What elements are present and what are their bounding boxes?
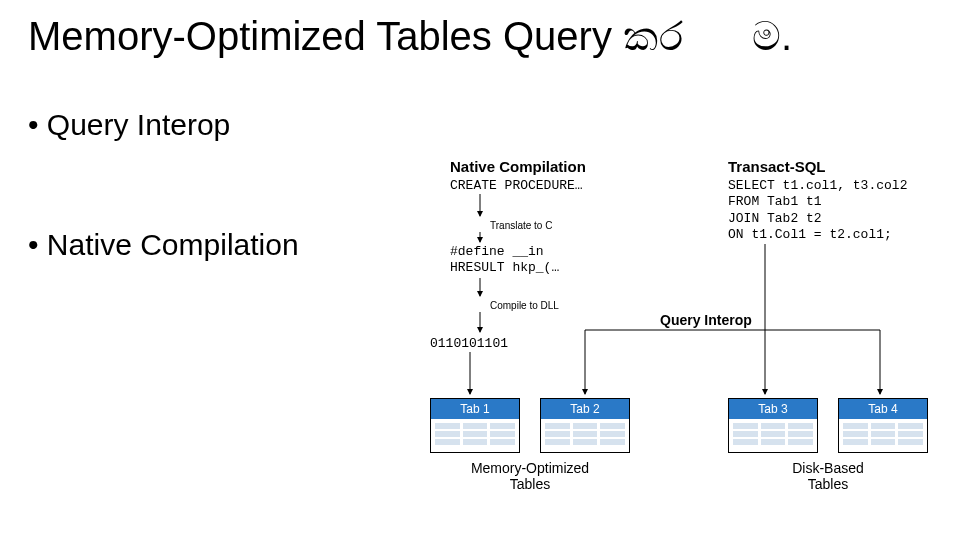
- code-c-snippet: #define __in HRESULT hkp_(…: [450, 244, 559, 275]
- caption-disk-based-tables: Disk-Based Tables: [728, 460, 928, 492]
- table-tab1: Tab 1: [430, 398, 520, 453]
- heading-transact-sql: Transact-SQL: [728, 158, 826, 175]
- table-header: Tab 2: [541, 399, 629, 419]
- label-translate-to-c: Translate to C: [490, 220, 552, 231]
- label-query-interop: Query Interop: [660, 312, 752, 328]
- table-header: Tab 4: [839, 399, 927, 419]
- slide-title: Memory-Optimized Tables Query කර: [28, 14, 683, 60]
- table-rows: [541, 419, 629, 452]
- table-header: Tab 1: [431, 399, 519, 419]
- slide-title-extra: ම.: [752, 14, 792, 60]
- table-header: Tab 3: [729, 399, 817, 419]
- code-binary: 0110101101: [430, 336, 508, 351]
- table-tab4: Tab 4: [838, 398, 928, 453]
- caption-memory-optimized-tables: Memory-Optimized Tables: [430, 460, 630, 492]
- bullet-native-compilation: • Native Compilation: [28, 228, 299, 262]
- table-tab3: Tab 3: [728, 398, 818, 453]
- code-create-procedure: CREATE PROCEDURE…: [450, 178, 583, 193]
- heading-native-compilation: Native Compilation: [450, 158, 586, 175]
- label-compile-to-dll: Compile to DLL: [490, 300, 559, 311]
- code-sql-select: SELECT t1.col1, t3.col2 FROM Tab1 t1 JOI…: [728, 178, 907, 243]
- table-rows: [839, 419, 927, 452]
- table-tab2: Tab 2: [540, 398, 630, 453]
- slide: Memory-Optimized Tables Query කර ම. • Qu…: [0, 0, 960, 540]
- table-rows: [431, 419, 519, 452]
- table-rows: [729, 419, 817, 452]
- bullet-query-interop: • Query Interop: [28, 108, 230, 142]
